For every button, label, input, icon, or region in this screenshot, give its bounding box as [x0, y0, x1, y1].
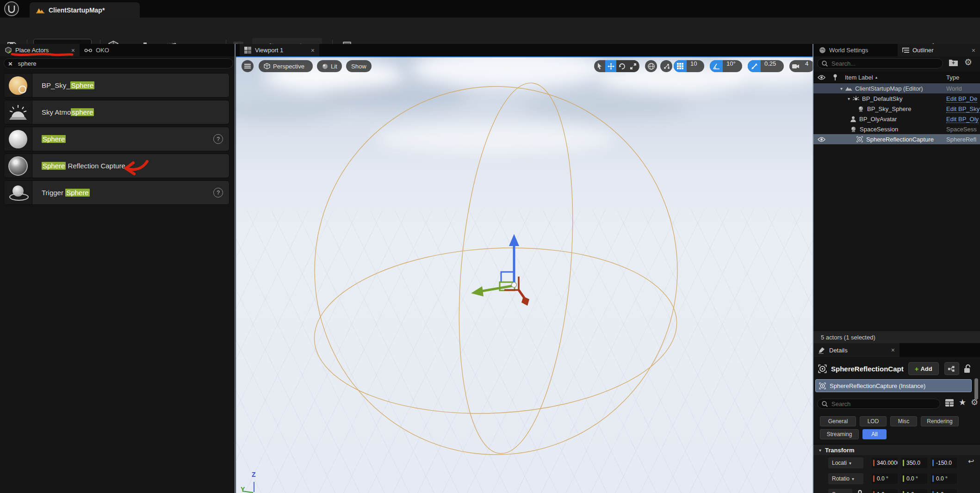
outliner-settings-gear-icon[interactable]: ⚙ [964, 57, 972, 68]
location-z-field[interactable]: -150.0 [931, 458, 957, 468]
open-lock-icon[interactable] [964, 364, 971, 373]
outliner-search-input[interactable]: Search... [817, 58, 943, 68]
edit-blueprint-link[interactable]: Edit BP_Sky [946, 105, 980, 113]
expand-caret-icon[interactable]: ▾ [848, 96, 850, 101]
favorites-star-icon[interactable]: ★ [959, 397, 966, 407]
location-y-field[interactable]: 350.0 [901, 458, 927, 468]
scale-mode-dropdown[interactable]: Sc ▾ [828, 489, 852, 493]
eye-icon[interactable] [818, 75, 825, 80]
details-settings-gear-icon[interactable]: ⚙ [971, 397, 978, 407]
help-icon[interactable]: ? [213, 134, 223, 144]
rotation-snap-control[interactable]: 10° [710, 60, 742, 72]
viewport-3d-scene[interactable]: Perspective Lit Show [236, 57, 813, 493]
reset-to-default-icon[interactable]: ↩ [968, 457, 974, 466]
details-search-input[interactable]: Search [817, 399, 940, 409]
tab-outliner[interactable]: Outliner × [898, 44, 980, 56]
filter-chip-rendering[interactable]: Rendering [921, 416, 959, 426]
help-icon[interactable]: ? [213, 188, 223, 197]
grid-view-icon[interactable] [945, 399, 954, 407]
camera-speed-value[interactable]: 4 [801, 60, 812, 72]
scale-z-field[interactable]: 1.0 [931, 489, 957, 493]
unreal-logo-icon[interactable] [4, 1, 19, 17]
outliner-row-map[interactable]: ▾ ClientStartupMap (Editor) World [813, 83, 980, 93]
perspective-dropdown[interactable]: Perspective [259, 60, 313, 72]
scale-tool-icon[interactable] [627, 60, 639, 72]
angle-snap-icon[interactable] [710, 60, 723, 72]
close-icon[interactable]: × [71, 47, 75, 54]
pin-icon[interactable] [833, 74, 837, 81]
eye-icon[interactable] [818, 137, 825, 142]
close-icon[interactable]: × [311, 47, 315, 54]
camera-icon[interactable] [789, 60, 801, 72]
filter-chip-all[interactable]: All [862, 429, 887, 439]
actor-list-item-sphere[interactable]: Sphere ? [4, 127, 229, 151]
expand-caret-icon[interactable]: ▾ [840, 86, 843, 91]
scale-snap-value[interactable]: 0.25 [761, 60, 780, 72]
add-component-button[interactable]: + Add [908, 362, 939, 375]
actor-item-label: Sphere [42, 135, 66, 143]
actor-list-item-trigger-sphere[interactable]: Trigger Sphere ? [4, 180, 229, 205]
scale-x-field[interactable]: 1.0 [872, 489, 898, 493]
edit-blueprint-button[interactable] [944, 362, 959, 375]
rotation-x-field[interactable]: 0.0 ° [872, 474, 898, 484]
column-type[interactable]: Type [946, 74, 959, 81]
filter-chip-general[interactable]: General [820, 416, 856, 426]
rotation-snap-value[interactable]: 10° [723, 60, 739, 72]
outliner-row-olyavatar[interactable]: BP_OlyAvatar Edit BP_Oly [813, 114, 980, 124]
instance-row-selected[interactable]: SphereReflectionCapture (Instance) [815, 379, 972, 392]
column-item-label[interactable]: Item Label [845, 74, 873, 81]
tab-details[interactable]: Details × [813, 343, 899, 357]
select-cursor-icon[interactable] [594, 60, 605, 72]
show-dropdown[interactable]: Show [346, 60, 372, 72]
filter-chip-lod[interactable]: LOD [860, 416, 887, 426]
tab-place-actors[interactable]: + Place Actors × [0, 44, 80, 56]
outliner-row-sphere-reflection-capture[interactable]: SphereReflectionCapture SphereRefl [813, 134, 980, 144]
grid-snap-control[interactable]: 10 [674, 60, 704, 72]
outliner-row-spacesession[interactable]: SpaceSession SpaceSess [813, 124, 980, 134]
location-mode-dropdown[interactable]: Locati ▾ [828, 457, 863, 468]
outliner-row-defaultsky[interactable]: ▾ BP_DefaultSky Edit BP_De [813, 93, 980, 104]
scale-snap-control[interactable]: 0.25 [748, 60, 784, 72]
edit-blueprint-link[interactable]: Edit BP_De [946, 95, 977, 103]
scale-lock-icon[interactable] [857, 490, 863, 493]
close-icon[interactable]: × [891, 346, 895, 354]
lit-mode-dropdown[interactable]: Lit [317, 60, 342, 72]
tab-viewport-1[interactable]: Viewport 1 × [240, 44, 319, 56]
transform-section-header[interactable]: ▾ Transform [813, 444, 980, 456]
actor-list-item-sky-atmosphere[interactable]: Sky Atmosphere [4, 100, 229, 124]
grid-snap-icon[interactable] [674, 60, 687, 72]
rotation-mode-dropdown[interactable]: Rotatio ▾ [828, 473, 863, 484]
actor-list-item-sphere-reflection-capture[interactable]: Sphere Reflection Capture [4, 154, 229, 178]
details-scrollbar[interactable] [974, 378, 978, 400]
world-local-toggle[interactable] [645, 60, 657, 72]
move-tool-icon[interactable] [605, 60, 616, 72]
close-icon[interactable]: × [972, 47, 975, 54]
grid-snap-value[interactable]: 10 [687, 60, 701, 72]
rotation-z-field[interactable]: 0.0 ° [931, 474, 957, 484]
filter-chip-misc[interactable]: Misc [890, 416, 917, 426]
outliner-row-sky-sphere[interactable]: BP_Sky_Sphere Edit BP_Sky [813, 104, 980, 114]
left-tabstrip: + Place Actors × OKO [0, 44, 236, 56]
svg-text:+: + [952, 60, 955, 66]
actor-search-input[interactable]: × sphere [4, 58, 233, 68]
level-tab[interactable]: ClientStartupMap* [30, 2, 140, 18]
actor-list-item-bp-sky-sphere[interactable]: BP_Sky_Sphere [4, 73, 229, 98]
rotate-tool-icon[interactable] [616, 60, 627, 72]
panel-splitter[interactable] [235, 44, 236, 493]
location-x-field[interactable]: 340.0000 [872, 458, 898, 468]
scale-y-field[interactable]: 1.0 [901, 489, 927, 493]
tab-oko[interactable]: OKO [80, 44, 124, 56]
viewport-menu-button[interactable] [242, 60, 254, 72]
filter-chip-streaming[interactable]: Streaming [820, 429, 859, 439]
tab-world-settings[interactable]: World Settings [814, 44, 887, 56]
camera-speed-control[interactable]: 4 [789, 60, 813, 72]
rotation-y-field[interactable]: 0.0 ° [901, 474, 927, 484]
outliner-item-type: SpaceSess [946, 126, 977, 133]
outliner-status-bar: 5 actors (1 selected) [813, 331, 980, 343]
svg-text:+: + [8, 49, 11, 54]
surface-snapping-button[interactable] [660, 60, 672, 72]
edit-blueprint-link[interactable]: Edit BP_Oly [946, 116, 979, 123]
add-folder-icon[interactable]: + [949, 58, 958, 67]
clear-search-icon[interactable]: × [8, 60, 12, 68]
scale-snap-icon[interactable] [748, 60, 761, 72]
